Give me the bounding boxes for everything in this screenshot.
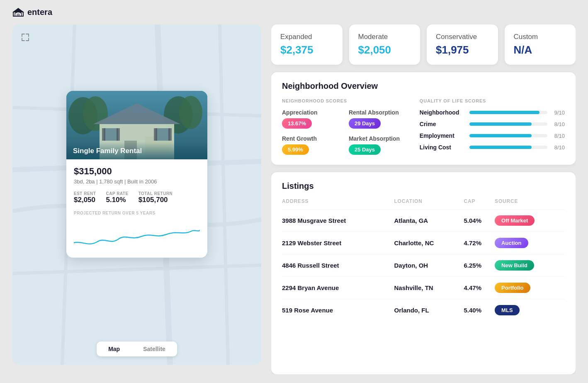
- map-panel: Single Family Rental $315,000 3bd, 2ba |…: [12, 24, 261, 365]
- main-layout: Single Family Rental $315,000 3bd, 2ba |…: [0, 24, 588, 383]
- qol-score: 8/10: [552, 121, 565, 127]
- neighborhood-scores: NEIGHBORHOOD SCORES Appreciation 13.67% …: [282, 98, 403, 156]
- listings-tbody: 3988 Musgrave Street Atlanta, GA 5.04% O…: [282, 210, 565, 322]
- rent-card: Custom N/A: [505, 24, 576, 65]
- qol-bar: [469, 146, 532, 149]
- listings-thead: ADDRESSLOCATIONCAPSOURCE: [282, 198, 565, 210]
- table-row[interactable]: 2129 Webster Street Charlotte, NC 4.72% …: [282, 232, 565, 254]
- logo: entera: [12, 7, 52, 17]
- property-stats: EST RENT $2,050 CAP RATE 5.10% TOTAL RET…: [74, 191, 200, 204]
- table-row[interactable]: 4846 Russell Street Dayton, OH 6.25% New…: [282, 254, 565, 277]
- listing-cap: 5.40%: [464, 307, 482, 314]
- listing-address: 3988 Musgrave Street: [282, 217, 346, 224]
- neighborhood-title: Neighborhood Overview: [282, 81, 565, 91]
- property-type: Single Family Rental: [73, 147, 201, 155]
- score-item: Rent Growth 5.99%: [282, 135, 336, 155]
- map-toggle-map[interactable]: Map: [97, 342, 131, 356]
- right-panel: Expanded $2,375 Moderate $2,050 Conserva…: [271, 24, 576, 374]
- listing-address: 2129 Webster Street: [282, 239, 341, 246]
- property-meta: 3bd, 2ba | 1,780 sqft | Built in 2006: [74, 178, 200, 185]
- qol-bar: [469, 134, 532, 137]
- source-badge: MLS: [495, 305, 519, 315]
- svg-marker-0: [12, 8, 24, 12]
- table-row[interactable]: 3988 Musgrave Street Atlanta, GA 5.04% O…: [282, 210, 565, 232]
- listing-location: Nashville, TN: [394, 284, 433, 291]
- qol-score: 8/10: [552, 133, 565, 139]
- property-price: $315,000: [74, 166, 200, 177]
- source-badge: Portfolio: [495, 283, 530, 293]
- score-label: Rent Growth: [282, 135, 336, 142]
- stat-total-return: TOTAL RETURN $105,700: [138, 191, 173, 204]
- column-header: ADDRESS: [282, 198, 394, 210]
- qol-label: Living Cost: [420, 144, 465, 151]
- quality-label: QUALITY OF LIFE SCORES: [420, 98, 565, 103]
- svg-rect-20: [117, 128, 120, 141]
- total-return-label: TOTAL RETURN: [138, 191, 173, 196]
- svg-rect-22: [168, 128, 172, 141]
- property-image: Single Family Rental: [66, 91, 207, 159]
- rent-card-value: N/A: [514, 44, 567, 56]
- qol-label: Employment: [420, 132, 465, 139]
- svg-rect-21: [154, 128, 157, 141]
- qol-bar: [469, 111, 539, 114]
- score-item: Rental Absorption 29 Days: [349, 109, 403, 129]
- stat-est-rent: EST RENT $2,050: [74, 191, 96, 204]
- rent-card-value: $2,050: [358, 44, 411, 56]
- source-badge: Off Market: [495, 215, 535, 226]
- listing-address: 4846 Russell Street: [282, 262, 339, 269]
- table-row[interactable]: 519 Rose Avenue Orlando, FL 5.40% MLS: [282, 299, 565, 322]
- listing-cap: 4.72%: [464, 239, 482, 246]
- qol-label: Neighborhood: [420, 109, 465, 116]
- projected-label: PROJECTED RETURN OVER 5 YEARS: [74, 211, 200, 215]
- property-details: $315,000 3bd, 2ba | 1,780 sqft | Built i…: [66, 159, 207, 258]
- listing-location: Orlando, FL: [394, 307, 429, 314]
- total-return-value: $105,700: [138, 196, 168, 204]
- qol-row: Neighborhood 9/10: [420, 109, 565, 116]
- est-rent-label: EST RENT: [74, 191, 96, 196]
- property-card: Single Family Rental $315,000 3bd, 2ba |…: [66, 91, 207, 258]
- stat-cap-rate: CAP RATE 5.10%: [106, 191, 128, 204]
- projected-chart: [74, 218, 200, 251]
- scores-label: NEIGHBORHOOD SCORES: [282, 98, 403, 103]
- map-expand-icon[interactable]: [19, 31, 32, 44]
- header: entera: [0, 0, 588, 24]
- score-label: Rental Absorption: [349, 109, 403, 116]
- listing-cap: 4.47%: [464, 284, 482, 291]
- qol-bar-wrap: [469, 122, 547, 126]
- table-row[interactable]: 2294 Bryan Avenue Nashville, TN 4.47% Po…: [282, 277, 565, 299]
- qol-bar-wrap: [469, 146, 547, 149]
- svg-rect-18: [156, 128, 170, 141]
- logo-icon: [12, 8, 24, 17]
- rent-card-value: $1,975: [436, 44, 489, 56]
- map-toggle: Map Satellite: [97, 342, 177, 356]
- listing-address: 519 Rose Avenue: [282, 307, 333, 314]
- qol-bar-wrap: [469, 134, 547, 137]
- qol-bar: [469, 122, 532, 126]
- rent-card-label: Expanded: [280, 33, 333, 41]
- score-label: Appreciation: [282, 109, 336, 116]
- rent-card-label: Custom: [514, 33, 567, 41]
- score-badge: 25 Days: [349, 144, 381, 155]
- qol-row: Crime 8/10: [420, 121, 565, 127]
- qol-row: Living Cost 8/10: [420, 144, 565, 151]
- rent-cards: Expanded $2,375 Moderate $2,050 Conserva…: [271, 24, 576, 65]
- listing-location: Dayton, OH: [394, 262, 428, 269]
- logo-text: entera: [27, 7, 52, 17]
- column-header: LOCATION: [394, 198, 464, 210]
- score-item: Market Absorption 25 Days: [349, 135, 403, 155]
- listings-table: ADDRESSLOCATIONCAPSOURCE 3988 Musgrave S…: [282, 198, 565, 321]
- listing-location: Charlotte, NC: [394, 239, 434, 246]
- neighborhood-card: Neighborhood Overview NEIGHBORHOOD SCORE…: [271, 72, 576, 165]
- map-toggle-satellite[interactable]: Satellite: [131, 342, 177, 356]
- score-label: Market Absorption: [349, 135, 403, 142]
- score-badge: 29 Days: [349, 118, 381, 129]
- score-item: Appreciation 13.67%: [282, 109, 336, 129]
- source-badge: Auction: [495, 238, 528, 248]
- rent-card-label: Moderate: [358, 33, 411, 41]
- score-badge: 5.99%: [282, 144, 309, 155]
- svg-rect-19: [102, 128, 105, 141]
- property-overlay: Single Family Rental: [66, 142, 207, 159]
- qol-bar-wrap: [469, 111, 547, 114]
- quality-scores: QUALITY OF LIFE SCORES Neighborhood 9/10…: [420, 98, 565, 156]
- svg-point-12: [179, 96, 202, 129]
